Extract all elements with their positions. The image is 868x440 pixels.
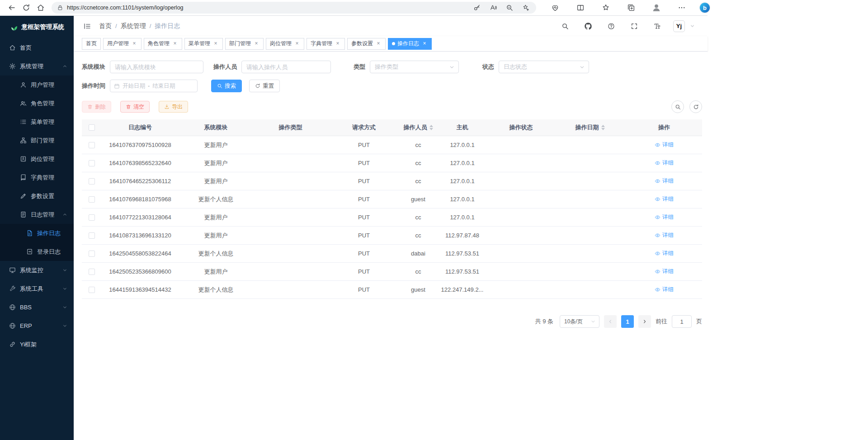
page-number-button[interactable]: 1 <box>621 315 634 328</box>
tab-close-icon[interactable] <box>294 41 300 47</box>
row-checkbox[interactable] <box>89 214 95 221</box>
favorites-button[interactable] <box>599 1 613 14</box>
browser-essentials-button[interactable] <box>548 1 562 14</box>
user-logo-badge[interactable]: Yj <box>673 20 685 32</box>
detail-link[interactable]: 详细 <box>655 268 674 275</box>
sidebar-item[interactable]: 岗位管理 <box>0 150 74 168</box>
start-date-placeholder[interactable]: 开始日期 <box>123 82 145 90</box>
prev-page-button[interactable] <box>604 315 617 328</box>
sidebar-item[interactable]: 菜单管理 <box>0 113 74 131</box>
detail-link[interactable]: 详细 <box>655 286 674 293</box>
breadcrumb-item[interactable]: / 系统管理 <box>115 22 146 30</box>
tab-label[interactable]: 用户管理 <box>107 40 129 47</box>
detail-link[interactable]: 详细 <box>655 232 674 239</box>
lock-icon[interactable] <box>57 5 63 11</box>
url-text[interactable]: https://ccnetcore.com:1101/system/log/op… <box>67 5 468 11</box>
row-checkbox[interactable] <box>89 251 95 257</box>
date-range-picker[interactable]: 开始日期 - 结束日期 <box>110 80 198 92</box>
sidebar-item[interactable]: 操作日志 <box>0 224 74 242</box>
refresh-table-button[interactable] <box>689 100 702 113</box>
status-select[interactable]: 日志状态 <box>499 61 589 73</box>
sidebar-item[interactable]: 参数设置 <box>0 187 74 205</box>
tab[interactable]: 首页 <box>82 38 101 50</box>
read-aloud-button[interactable] <box>488 1 498 14</box>
breadcrumb-item[interactable]: / 操作日志 <box>150 22 180 30</box>
sort-carets[interactable] <box>429 125 433 130</box>
sidebar-item[interactable]: 部门管理 <box>0 131 74 150</box>
tab-close-icon[interactable] <box>253 41 259 47</box>
browser-settings-button[interactable] <box>675 1 689 14</box>
page-size-select[interactable]: 10条/页 <box>560 315 599 328</box>
sidebar-item[interactable]: Yi框架 <box>0 335 74 354</box>
address-bar[interactable]: https://ccnetcore.com:1101/system/log/op… <box>52 2 536 14</box>
detail-link[interactable]: 详细 <box>655 141 674 149</box>
goto-page-input[interactable] <box>672 315 692 328</box>
password-key-button[interactable] <box>472 1 482 14</box>
tab-close-icon[interactable] <box>421 41 428 47</box>
sidebar-item[interactable]: 系统监控 <box>0 261 74 279</box>
detail-link[interactable]: 详细 <box>655 195 674 203</box>
tab[interactable]: 操作日志 <box>388 38 432 50</box>
bing-copilot-button[interactable]: b <box>700 3 710 13</box>
row-checkbox[interactable] <box>89 142 95 148</box>
sidebar-item[interactable]: 系统工具 <box>0 279 74 298</box>
sort-carets[interactable] <box>601 125 605 130</box>
tab-close-icon[interactable] <box>335 41 341 47</box>
detail-link[interactable]: 详细 <box>655 250 674 257</box>
sidebar-item[interactable]: 用户管理 <box>0 76 74 94</box>
tab-label[interactable]: 角色管理 <box>148 40 170 47</box>
type-select[interactable]: 操作类型 <box>370 61 459 73</box>
module-input[interactable] <box>110 61 203 73</box>
tab[interactable]: 菜单管理 <box>184 38 223 50</box>
sidebar-item[interactable]: 角色管理 <box>0 94 74 113</box>
tab-close-icon[interactable] <box>375 41 382 47</box>
help-button[interactable] <box>604 20 618 33</box>
sidebar-item[interactable]: 系统管理 <box>0 57 74 76</box>
github-button[interactable] <box>581 20 595 33</box>
export-button[interactable]: 导出 <box>159 101 188 113</box>
sidebar-item[interactable]: BBS <box>0 298 74 317</box>
row-checkbox[interactable] <box>89 160 95 166</box>
detail-link[interactable]: 详细 <box>655 159 674 167</box>
sidebar-item[interactable]: 字典管理 <box>0 168 74 187</box>
sidebar-item[interactable]: 日志管理 <box>0 205 74 224</box>
tab-close-icon[interactable] <box>172 41 178 47</box>
tab[interactable]: 角色管理 <box>144 38 182 50</box>
next-page-button[interactable] <box>638 315 651 328</box>
tab-label[interactable]: 部门管理 <box>229 40 251 47</box>
operator-input[interactable] <box>241 61 331 73</box>
browser-home-button[interactable] <box>33 1 48 14</box>
tab[interactable]: 部门管理 <box>225 38 264 50</box>
tab-close-icon[interactable] <box>212 41 219 47</box>
tab-label[interactable]: 字典管理 <box>311 40 332 47</box>
tab-label[interactable]: 首页 <box>86 40 97 47</box>
select-all-checkbox[interactable] <box>89 124 95 131</box>
tab-label[interactable]: 菜单管理 <box>189 40 210 47</box>
tab-label[interactable]: 参数设置 <box>351 40 373 47</box>
tab-close-icon[interactable] <box>131 41 137 47</box>
reset-button[interactable]: 重置 <box>249 80 280 92</box>
tab-label[interactable]: 岗位管理 <box>270 40 292 47</box>
add-favorite-button[interactable] <box>521 1 531 14</box>
detail-link[interactable]: 详细 <box>655 177 674 185</box>
detail-link[interactable]: 详细 <box>655 213 674 221</box>
row-checkbox[interactable] <box>89 287 95 293</box>
split-screen-button[interactable] <box>573 1 588 14</box>
browser-refresh-button[interactable] <box>19 1 33 14</box>
browser-back-button[interactable] <box>5 1 19 14</box>
tab[interactable]: 字典管理 <box>307 38 345 50</box>
tab-label[interactable]: 操作日志 <box>397 40 419 47</box>
tab[interactable]: 用户管理 <box>103 38 142 50</box>
row-checkbox[interactable] <box>89 232 95 239</box>
profile-avatar-button[interactable] <box>649 1 664 14</box>
row-checkbox[interactable] <box>89 269 95 275</box>
row-checkbox[interactable] <box>89 178 95 185</box>
tab[interactable]: 岗位管理 <box>266 38 304 50</box>
row-checkbox[interactable] <box>89 196 95 203</box>
sidebar-item[interactable]: 登录日志 <box>0 242 74 261</box>
fullscreen-button[interactable] <box>627 20 642 33</box>
clear-button[interactable]: 清空 <box>120 101 150 113</box>
font-size-button[interactable] <box>650 20 665 33</box>
header-search-button[interactable] <box>558 20 572 33</box>
toggle-search-button[interactable] <box>671 100 684 113</box>
